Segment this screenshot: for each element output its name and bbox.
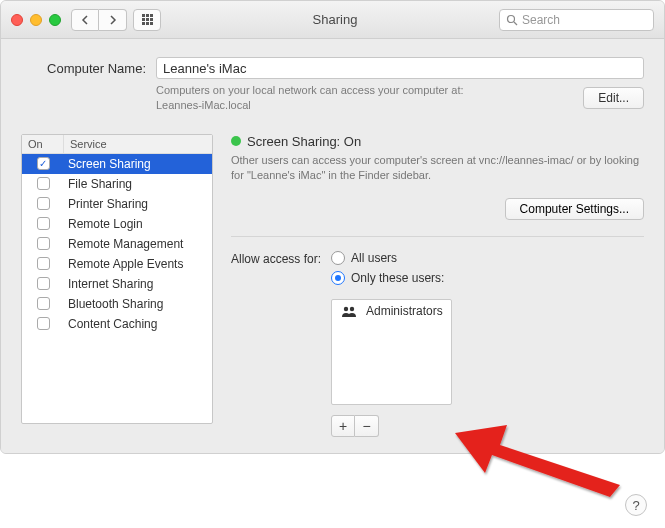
service-row-remote-apple-events[interactable]: Remote Apple Events <box>22 254 212 274</box>
checkbox[interactable] <box>37 317 50 330</box>
window-title: Sharing <box>171 12 499 27</box>
service-row-remote-management[interactable]: Remote Management <box>22 234 212 254</box>
status-label: Screen Sharing: On <box>247 134 361 149</box>
content-area: Computer Name: Leanne's iMac Computers o… <box>1 39 664 453</box>
service-row-internet-sharing[interactable]: Internet Sharing <box>22 274 212 294</box>
service-row-content-caching[interactable]: Content Caching <box>22 314 212 334</box>
search-placeholder: Search <box>522 13 560 27</box>
service-label: Remote Apple Events <box>64 257 212 271</box>
status-dot-icon <box>231 136 241 146</box>
service-detail: Screen Sharing: On Other users can acces… <box>231 134 644 437</box>
services-table-header: On Service <box>22 135 212 154</box>
col-header-service: Service <box>64 135 212 153</box>
status-description: Other users can access your computer's s… <box>231 153 644 184</box>
help-button[interactable]: ? <box>625 494 647 516</box>
radio-only-these-users[interactable]: Only these users: <box>331 271 452 285</box>
services-table-body: ✓Screen SharingFile SharingPrinter Shari… <box>22 154 212 334</box>
list-item[interactable]: Administrators <box>332 300 451 322</box>
service-row-screen-sharing[interactable]: ✓Screen Sharing <box>22 154 212 174</box>
service-label: Remote Management <box>64 237 212 251</box>
radio-icon <box>331 251 345 265</box>
back-button[interactable] <box>71 9 99 31</box>
computer-settings-button[interactable]: Computer Settings... <box>505 198 644 220</box>
add-remove-controls: + − <box>331 415 452 437</box>
titlebar: Sharing Search <box>1 1 664 39</box>
zoom-window-button[interactable] <box>49 14 61 26</box>
checkbox[interactable] <box>37 277 50 290</box>
people-icon <box>340 305 358 317</box>
grid-icon <box>142 14 153 25</box>
computer-name-input[interactable]: Leanne's iMac <box>156 57 644 79</box>
sharing-prefpane: Sharing Search Computer Name: Leanne's i… <box>0 0 665 454</box>
close-window-button[interactable] <box>11 14 23 26</box>
svg-line-1 <box>514 22 517 25</box>
service-row-file-sharing[interactable]: File Sharing <box>22 174 212 194</box>
radio-icon <box>331 271 345 285</box>
nav-buttons <box>71 9 127 31</box>
search-field[interactable]: Search <box>499 9 654 31</box>
status-row: Screen Sharing: On <box>231 134 644 149</box>
user-name: Administrators <box>366 304 443 318</box>
service-row-printer-sharing[interactable]: Printer Sharing <box>22 194 212 214</box>
svg-point-3 <box>350 306 354 310</box>
window-controls <box>11 14 61 26</box>
services-table: On Service ✓Screen SharingFile SharingPr… <box>21 134 213 424</box>
forward-button[interactable] <box>99 9 127 31</box>
computer-name-row: Computer Name: Leanne's iMac <box>21 57 644 79</box>
remove-user-button[interactable]: − <box>355 415 379 437</box>
computer-name-hint: Computers on your local network can acce… <box>156 83 573 114</box>
divider <box>231 236 644 237</box>
checkbox[interactable] <box>37 197 50 210</box>
radio-all-users[interactable]: All users <box>331 251 452 265</box>
add-user-button[interactable]: + <box>331 415 355 437</box>
allow-access-label: Allow access for: <box>231 251 321 437</box>
checkbox[interactable] <box>37 177 50 190</box>
service-row-bluetooth-sharing[interactable]: Bluetooth Sharing <box>22 294 212 314</box>
search-icon <box>506 14 518 26</box>
computer-name-label: Computer Name: <box>21 61 146 76</box>
chevron-right-icon <box>109 15 117 25</box>
checkbox[interactable] <box>37 297 50 310</box>
service-label: Printer Sharing <box>64 197 212 211</box>
chevron-left-icon <box>81 15 89 25</box>
checkbox[interactable] <box>37 237 50 250</box>
service-label: Content Caching <box>64 317 212 331</box>
checkbox[interactable] <box>37 217 50 230</box>
edit-hostname-button[interactable]: Edit... <box>583 87 644 109</box>
computer-name-hint-row: Computers on your local network can acce… <box>156 83 644 114</box>
svg-point-0 <box>508 15 515 22</box>
service-label: Bluetooth Sharing <box>64 297 212 311</box>
svg-point-2 <box>344 306 348 310</box>
access-radio-group: All users Only these users: <box>331 251 452 437</box>
minimize-window-button[interactable] <box>30 14 42 26</box>
show-all-button[interactable] <box>133 9 161 31</box>
allow-access-row: Allow access for: All users Only these u… <box>231 251 644 437</box>
service-label: Internet Sharing <box>64 277 212 291</box>
service-label: Screen Sharing <box>64 157 212 171</box>
checkbox[interactable] <box>37 257 50 270</box>
service-label: File Sharing <box>64 177 212 191</box>
checkbox[interactable]: ✓ <box>37 157 50 170</box>
allowed-users-list[interactable]: Administrators <box>331 299 452 405</box>
col-header-on: On <box>22 135 64 153</box>
service-label: Remote Login <box>64 217 212 231</box>
main-panels: On Service ✓Screen SharingFile SharingPr… <box>21 134 644 437</box>
service-row-remote-login[interactable]: Remote Login <box>22 214 212 234</box>
